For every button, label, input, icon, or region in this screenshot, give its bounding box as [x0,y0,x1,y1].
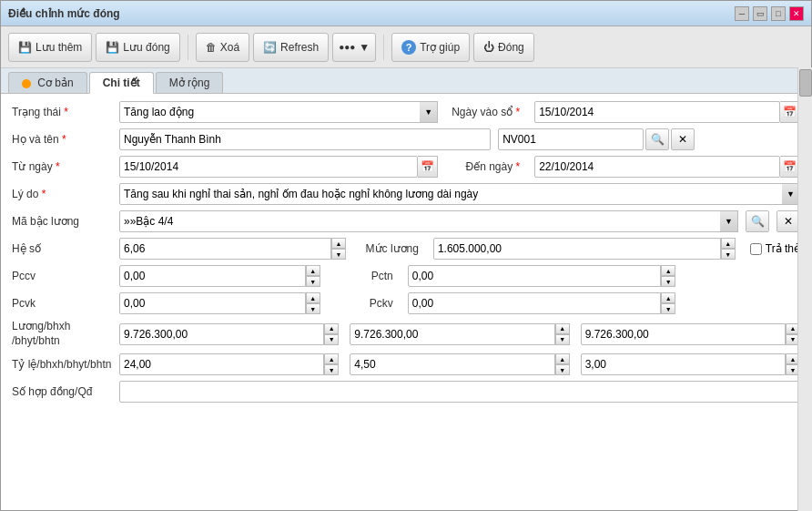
clear-nv-button[interactable]: ✕ [671,128,695,150]
save-close-button[interactable]: 💾 Lưu đóng [96,33,179,62]
row-so-hop-dong: Số hợp đồng/Qđ [12,381,800,403]
luong-bhxh-val2-down[interactable]: ▼ [555,334,570,345]
tab-bar: Cơ bản Chi tiết Mở rộng [1,68,811,94]
ty-le-val2-up[interactable]: ▲ [555,353,570,364]
pctn-label: Pctn [328,270,401,282]
muc-luong-down[interactable]: ▼ [721,249,736,260]
ly-do-label: Lý do * [12,188,112,200]
ty-le-val1-down[interactable]: ▼ [324,364,339,375]
search-bac-luong-button[interactable]: 🔍 [746,210,769,232]
power-icon: ⏻ [483,41,494,54]
minimize-btn[interactable]: ─ [735,6,749,21]
den-ngay-input[interactable] [534,156,780,178]
restore-btn[interactable]: ▭ [753,6,767,21]
pcvk-down[interactable]: ▼ [306,303,320,314]
luong-bhxh-val1-down[interactable]: ▼ [324,334,339,345]
ho-va-ten-input[interactable] [119,128,491,150]
he-so-input[interactable] [119,238,331,260]
row-ma-bac-luong: Mã bậc lương »»Bậc 4/4 ▼ 🔍 ✕ [12,210,800,232]
save-close-label: Lưu đóng [123,41,169,54]
muc-luong-up[interactable]: ▲ [721,238,736,249]
tu-ngay-calendar-btn[interactable]: 📅 [418,156,438,178]
tab-co-ban-label: Cơ bản [37,77,73,89]
tab-chi-tiet[interactable]: Chi tiết [89,72,154,94]
maximize-btn[interactable]: □ [771,6,786,21]
tab-co-ban[interactable]: Cơ bản [8,72,87,93]
pckv-label: Pckv [328,297,401,310]
he-so-down[interactable]: ▼ [331,249,346,260]
close-button[interactable]: ⏻ Đóng [473,33,534,62]
ngay-vao-so-label: Ngày vào sổ * [445,106,527,118]
ma-nv-input[interactable] [498,128,644,150]
pcvk-up[interactable]: ▲ [306,292,320,303]
save-new-button[interactable]: 💾 Lưu thêm [8,33,92,62]
pckv-down[interactable]: ▼ [661,303,675,314]
close-label: Đóng [498,41,524,54]
so-hop-dong-label: Số hợp đồng/Qđ [12,385,112,398]
title-controls: ─ ▭ □ ✕ [735,6,804,21]
ty-le-val1-spinner: ▲ ▼ [324,353,339,375]
ma-bac-luong-select-wrapper: »»Bậc 4/4 ▼ [119,210,738,232]
save-new-icon: 💾 [18,41,32,54]
ty-le-val3-input[interactable] [581,353,786,375]
pctn-spinner: ▲ ▼ [661,265,675,287]
delete-icon: 🗑 [206,41,217,54]
pccv-up[interactable]: ▲ [306,265,320,276]
refresh-label: Refresh [280,41,319,54]
ty-le-val1-input[interactable] [119,353,324,375]
scroll-thumb[interactable] [799,69,812,97]
tab-chi-tiet-label: Chi tiết [103,77,140,89]
so-hop-dong-area [119,381,800,403]
pckv-up[interactable]: ▲ [661,292,675,303]
pcvk-spinner: ▲ ▼ [306,292,320,314]
pctn-input[interactable] [408,265,661,287]
ngay-vao-so-input[interactable] [534,101,780,123]
luong-bhxh-val2-input[interactable] [350,323,554,345]
ly-do-select-wrapper: Tăng sau khi nghỉ thai sản, nghỉ ốm đau … [119,183,800,205]
toolbar-separator-1 [188,35,188,60]
row-ho-va-ten: Họ và tên * 🔍 ✕ [12,128,800,150]
ty-le-val2-wrapper: ▲ ▼ [350,353,569,375]
tra-the-checkbox[interactable] [750,243,762,255]
search-nv-button[interactable]: 🔍 [645,128,669,150]
den-ngay-label: Đến ngày * [445,160,527,173]
luong-bhxh-val1-input[interactable] [119,323,324,345]
delete-button[interactable]: 🗑 Xoá [196,33,249,62]
luong-bhxh-val1-up[interactable]: ▲ [324,323,339,334]
ty-le-val1-up[interactable]: ▲ [324,353,339,364]
close-btn[interactable]: ✕ [789,6,804,21]
more-button[interactable]: ●●● ▼ [332,33,376,62]
ngay-vao-so-wrapper: 📅 [534,101,800,123]
refresh-button[interactable]: 🔄 Refresh [253,33,329,62]
luong-bhxh-val3-wrapper: ▲ ▼ [581,323,800,345]
pctn-up[interactable]: ▲ [661,265,675,276]
pccv-label: Pccv [12,270,112,282]
trang-thai-select[interactable]: Tăng lao động [119,101,438,123]
luong-bhxh-val2-wrapper: ▲ ▼ [350,323,569,345]
ma-bac-luong-select[interactable]: »»Bậc 4/4 [119,210,738,232]
title-bar: Điều chỉnh mức đóng ─ ▭ □ ✕ [1,1,811,26]
ty-le-val2-input[interactable] [350,353,554,375]
pctn-down[interactable]: ▼ [661,276,675,287]
ty-le-val2-down[interactable]: ▼ [555,364,570,375]
he-so-spinner: ▲ ▼ [331,238,346,260]
save-close-icon: 💾 [106,41,119,54]
luong-bhxh-val2-up[interactable]: ▲ [555,323,570,334]
pcvk-input[interactable] [119,292,306,314]
tab-mo-rong[interactable]: Mở rộng [156,72,224,93]
help-button[interactable]: ? Trợ giúp [391,33,470,62]
pccv-input[interactable] [119,265,306,287]
tab-dot [22,79,31,88]
tu-ngay-input[interactable] [119,156,418,178]
he-so-up[interactable]: ▲ [331,238,346,249]
ly-do-select[interactable]: Tăng sau khi nghỉ thai sản, nghỉ ốm đau … [119,183,800,205]
pccv-down[interactable]: ▼ [306,276,320,287]
luong-bhxh-val3-input[interactable] [581,323,786,345]
row-he-so-muc-luong: Hệ số ▲ ▼ Mức lương ▲ ▼ Trả thẻ [12,238,800,260]
he-so-label: Hệ số [12,242,112,255]
ty-le-val2-spinner: ▲ ▼ [555,353,570,375]
pckv-input[interactable] [408,292,661,314]
refresh-icon: 🔄 [263,41,277,54]
scrollbar[interactable] [797,67,812,511]
muc-luong-input[interactable] [433,238,721,260]
